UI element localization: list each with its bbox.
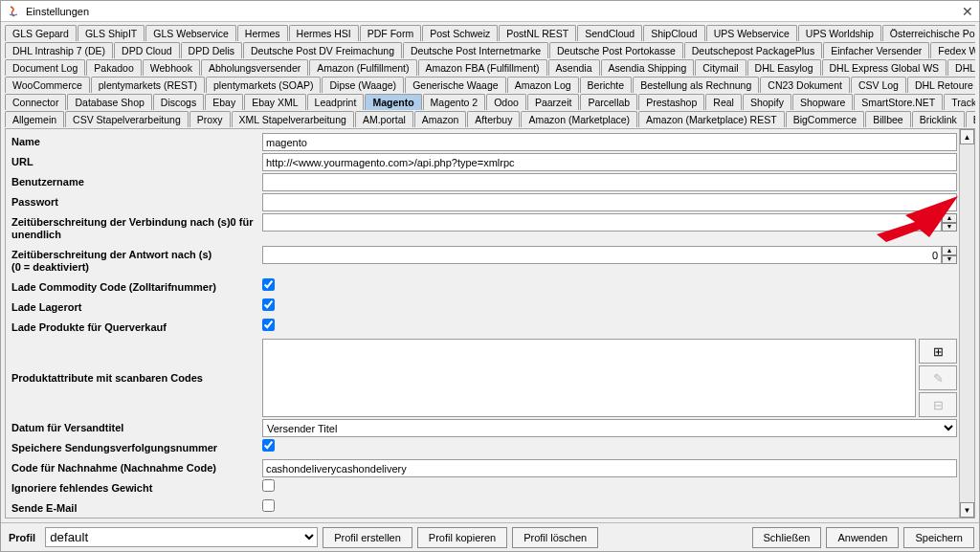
tab-amazon-marketplace-rest[interactable]: Amazon (Marketplace) REST	[638, 111, 785, 127]
tab-paarzeit[interactable]: Paarzeit	[527, 94, 580, 110]
tab--sterreichische-post[interactable]: Österreichische Post	[882, 25, 975, 41]
tab-dhl-easylog[interactable]: DHL Easylog	[747, 59, 821, 76]
tab-gls-gepard[interactable]: GLS Gepard	[5, 25, 77, 41]
save-tracking-checkbox[interactable]	[262, 439, 275, 452]
tab-csv-stapelverarbeitung[interactable]: CSV Stapelverarbeitung	[65, 111, 189, 127]
load-lagerort-checkbox[interactable]	[262, 298, 275, 311]
tab-shipcloud[interactable]: ShipCloud	[643, 25, 704, 41]
ship-title-select[interactable]: Versender Titel	[262, 419, 957, 437]
edit-attr-button[interactable]: ✎	[919, 365, 957, 390]
load-commodity-checkbox[interactable]	[262, 278, 275, 291]
tab-magento-2[interactable]: Magento 2	[423, 94, 486, 110]
close-icon[interactable]: ✕	[962, 4, 973, 19]
name-input[interactable]	[262, 133, 957, 151]
tab-parcellab[interactable]: Parcellab	[580, 94, 637, 110]
tab-proxy[interactable]: Proxy	[189, 111, 231, 127]
tab-ebay-xml[interactable]: Ebay XML	[244, 94, 305, 110]
tab-amazon-marketplace-[interactable]: Amazon (Marketplace)	[521, 111, 637, 127]
tab-database-shop[interactable]: Database Shop	[67, 94, 151, 110]
tab-hermes-hsi[interactable]: Hermes HSI	[289, 25, 359, 41]
save-button[interactable]: Speichern	[903, 527, 974, 548]
tab-dhl-intraship-7-de-[interactable]: DHL Intraship 7 (DE)	[5, 42, 113, 58]
tab-odoo[interactable]: Odoo	[486, 94, 526, 110]
tab-am-portal[interactable]: AM.portal	[355, 111, 413, 127]
tab-shopify[interactable]: Shopify	[743, 94, 791, 110]
tab-ups-webservice[interactable]: UPS Webservice	[706, 25, 797, 41]
tab-citymail[interactable]: Citymail	[695, 59, 746, 76]
tab-brickowl[interactable]: Brickowl	[966, 111, 975, 127]
tab-fedex-webservice[interactable]: Fedex Webservice	[930, 42, 975, 58]
tab-amazon-fulfillment-[interactable]: Amazon (Fulfillment)	[309, 59, 416, 76]
tab-allgemein[interactable]: Allgemein	[5, 111, 64, 127]
tab-deutsche-post-portokasse[interactable]: Deutsche Post Portokasse	[549, 42, 683, 58]
tab-pakadoo[interactable]: Pakadoo	[86, 59, 141, 76]
tab-woocommerce[interactable]: WooCommerce	[5, 77, 90, 93]
tab-connector[interactable]: Connector	[5, 94, 66, 110]
timeout-conn-spinner[interactable]: ▲▼	[942, 213, 957, 232]
tab-postnl-rest[interactable]: PostNL REST	[499, 25, 576, 41]
username-input[interactable]	[262, 173, 957, 191]
load-cross-checkbox[interactable]	[262, 319, 275, 331]
scroll-down-icon[interactable]: ▼	[960, 502, 974, 518]
scroll-up-icon[interactable]: ▲	[960, 129, 974, 144]
tab-real[interactable]: Real	[705, 94, 742, 110]
timeout-resp-spinner[interactable]: ▲▼	[942, 246, 957, 264]
tab-dhl-gesch-ftskundenversand[interactable]: DHL Geschäftskundenversand	[947, 59, 975, 76]
tab-post-schweiz[interactable]: Post Schweiz	[422, 25, 498, 41]
create-profile-button[interactable]: Profil erstellen	[323, 527, 412, 548]
cod-code-input[interactable]	[262, 459, 957, 477]
add-attr-button[interactable]: ⊞	[919, 339, 957, 364]
tab-dpd-cloud[interactable]: DPD Cloud	[114, 42, 180, 58]
tab-discogs[interactable]: Discogs	[153, 94, 204, 110]
tab-billbee[interactable]: Billbee	[865, 111, 911, 127]
tab-shopware[interactable]: Shopware	[792, 94, 853, 110]
apply-button[interactable]: Anwenden	[826, 527, 899, 548]
vertical-scrollbar[interactable]: ▲ ▼	[959, 129, 974, 518]
tab-asendia-shipping[interactable]: Asendia Shipping	[601, 59, 695, 76]
tab-plentymarkets-soap-[interactable]: plentymarkets (SOAP)	[206, 77, 321, 93]
timeout-conn-input[interactable]	[262, 213, 942, 232]
copy-profile-button[interactable]: Profil kopieren	[417, 527, 507, 548]
tab-sendcloud[interactable]: SendCloud	[577, 25, 642, 41]
tab-amazon[interactable]: Amazon	[414, 111, 467, 127]
tab-asendia[interactable]: Asendia	[548, 59, 600, 76]
tab-deutschepost-packageplus[interactable]: Deutschepost PackagePlus	[684, 42, 822, 58]
close-button[interactable]: Schließen	[752, 527, 822, 548]
scroll-track[interactable]	[960, 144, 974, 502]
tab-cn23-dokument[interactable]: CN23 Dokument	[760, 77, 850, 93]
tab-amazon-log[interactable]: Amazon Log	[507, 77, 579, 93]
tab-document-log[interactable]: Document Log	[5, 59, 85, 76]
tab-abholungsversender[interactable]: Abholungsversender	[201, 59, 308, 76]
tab-ups-worldship[interactable]: UPS Worldship	[798, 25, 881, 41]
tab-bigcommerce[interactable]: BigCommerce	[786, 111, 865, 127]
timeout-resp-input[interactable]	[262, 246, 942, 264]
tab-bricklink[interactable]: Bricklink	[912, 111, 965, 127]
tab-afterbuy[interactable]: Afterbuy	[467, 111, 520, 127]
tab-dhl-retoure[interactable]: DHL Retoure	[907, 77, 975, 93]
tab-leadprint[interactable]: Leadprint	[307, 94, 365, 110]
tab-hermes[interactable]: Hermes	[237, 25, 288, 41]
tab-bestellung-als-rechnung[interactable]: Bestellung als Rechnung	[633, 77, 759, 93]
tab-prestashop[interactable]: Prestashop	[638, 94, 704, 110]
delete-profile-button[interactable]: Profil löschen	[512, 527, 598, 548]
ignore-weight-checkbox[interactable]	[262, 479, 275, 492]
remove-attr-button[interactable]: ⊟	[919, 392, 957, 417]
tab-smartstore-net[interactable]: SmartStore.NET	[854, 94, 943, 110]
tab-amazon-fba-fulfillment-[interactable]: Amazon FBA (Fulfillment)	[418, 59, 547, 76]
tab-berichte[interactable]: Berichte	[580, 77, 633, 93]
tab-magento[interactable]: Magento	[365, 94, 421, 110]
tab-plentymarkets-rest-[interactable]: plentymarkets (REST)	[91, 77, 205, 93]
tab-dipse-waage-[interactable]: Dipse (Waage)	[322, 77, 404, 93]
tab-deutsche-post-dv-freimachung[interactable]: Deutsche Post DV Freimachung	[243, 42, 402, 58]
send-email-checkbox[interactable]	[262, 499, 275, 512]
tab-xml-stapelverarbeitung[interactable]: XML Stapelverarbeitung	[232, 111, 354, 127]
tab-deutsche-post-internetmarke[interactable]: Deutsche Post Internetmarke	[403, 42, 548, 58]
password-input[interactable]	[262, 193, 957, 211]
tab-gls-webservice[interactable]: GLS Webservice	[145, 25, 236, 41]
tab-dpd-delis[interactable]: DPD Delis	[181, 42, 242, 58]
tab-dhl-express-global-ws[interactable]: DHL Express Global WS	[822, 59, 947, 76]
tab-ebay[interactable]: Ebay	[205, 94, 243, 110]
tab-pdf-form[interactable]: PDF Form	[360, 25, 421, 41]
profile-select[interactable]: default	[45, 527, 318, 547]
tab-gls-shipit[interactable]: GLS ShipIT	[78, 25, 145, 41]
